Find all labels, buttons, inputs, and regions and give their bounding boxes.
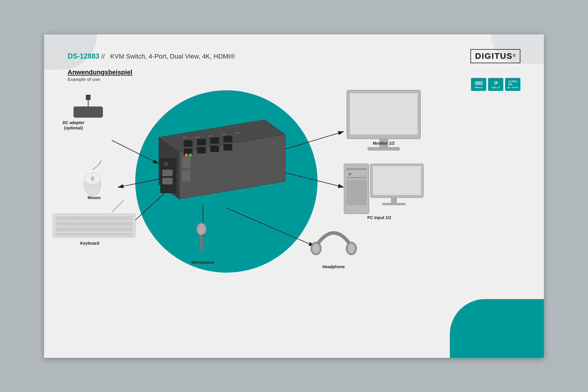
- svg-rect-5: [162, 170, 173, 176]
- svg-point-4: [164, 161, 168, 166]
- svg-rect-57: [346, 168, 367, 170]
- svg-point-58: [348, 173, 351, 176]
- svg-point-21: [185, 154, 188, 156]
- svg-point-68: [348, 244, 355, 253]
- label-mouse: Mouse: [88, 195, 101, 200]
- pc-illustration: [344, 164, 423, 214]
- svg-rect-39: [55, 227, 133, 232]
- svg-rect-14: [223, 144, 232, 151]
- product-id: DS-12883: [68, 52, 99, 60]
- svg-point-49: [197, 224, 206, 234]
- svg-rect-63: [391, 198, 397, 203]
- label-dc-optional: (optional): [64, 126, 83, 130]
- label-monitor: Monitor 1/2: [373, 141, 395, 146]
- svg-point-22: [189, 154, 192, 156]
- svg-rect-37: [55, 216, 133, 221]
- svg-rect-9: [197, 139, 206, 145]
- svg-rect-62: [373, 166, 421, 195]
- section-title-en: Example of use: [68, 77, 520, 82]
- svg-text:IN 02: IN 02: [222, 134, 226, 135]
- product-title: DS-12883 // KVM Switch, 4-Port, Dual Vie…: [68, 52, 520, 60]
- svg-rect-55: [368, 147, 400, 151]
- page: DIGITUS® DS-12883 // KVM Switch, 4-Port,…: [44, 34, 544, 358]
- svg-rect-13: [223, 136, 232, 142]
- svg-rect-20: [228, 156, 235, 164]
- svg-rect-12: [210, 146, 219, 152]
- label-microphone: Microphone: [191, 260, 215, 265]
- svg-rect-64: [382, 203, 406, 205]
- svg-rect-31: [74, 106, 103, 118]
- svg-text:OUT: OUT: [183, 136, 188, 139]
- svg-rect-6: [162, 178, 173, 184]
- svg-rect-16: [182, 170, 191, 182]
- product-separator: //: [101, 53, 105, 60]
- product-description: KVM Switch, 4-Port, Dual View, 4K, HDMI®: [110, 53, 235, 60]
- svg-rect-19: [216, 158, 223, 165]
- svg-rect-10: [197, 147, 206, 154]
- svg-rect-40: [55, 233, 133, 236]
- keyboard-illustration: [53, 201, 135, 237]
- svg-text:IN 03: IN 03: [209, 135, 213, 137]
- svg-rect-11: [210, 137, 219, 144]
- dc-adapter-illustration: [74, 95, 103, 118]
- svg-rect-17: [193, 161, 200, 168]
- svg-rect-18: [204, 159, 212, 167]
- diagram-svg: OUT IN 04 IN 03 IN 02 IN 01: [44, 81, 544, 340]
- mouse-illustration: [84, 159, 101, 196]
- svg-point-66: [313, 244, 320, 253]
- svg-rect-53: [350, 93, 417, 134]
- section-heading: Anwendungsbeispiel Example of use: [68, 69, 520, 82]
- svg-rect-30: [86, 95, 91, 100]
- label-keyboard: Keyboard: [80, 241, 99, 246]
- label-pc-input: PC Input 1/2: [368, 215, 391, 220]
- svg-text:IN 01: IN 01: [235, 132, 240, 134]
- headphone-illustration: [311, 233, 357, 255]
- svg-rect-15: [182, 156, 191, 168]
- svg-text:IN 04: IN 04: [196, 136, 200, 138]
- label-headphone: Headphone: [323, 264, 345, 269]
- svg-rect-60: [346, 180, 367, 205]
- svg-rect-38: [55, 222, 133, 226]
- svg-rect-7: [184, 140, 193, 147]
- label-dc-adapter: DC adapter: [63, 120, 85, 125]
- svg-rect-50: [200, 235, 203, 247]
- svg-point-35: [91, 176, 94, 181]
- section-title-de: Anwendungsbeispiel: [68, 69, 520, 76]
- svg-rect-59: [346, 177, 367, 178]
